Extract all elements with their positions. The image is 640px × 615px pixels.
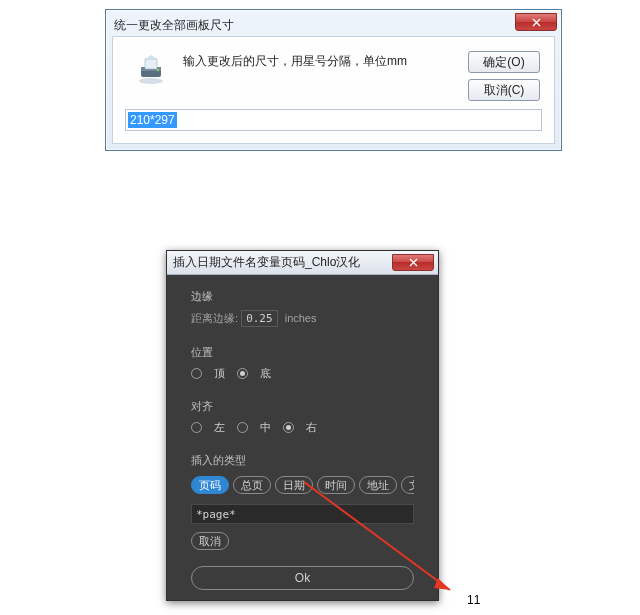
section-position-label: 位置 (191, 345, 414, 360)
close-button[interactable] (515, 13, 557, 31)
radio-right[interactable] (283, 422, 294, 433)
cancel-button[interactable]: 取消(C) (468, 79, 540, 101)
close-button[interactable] (392, 254, 434, 271)
section-align-label: 对齐 (191, 399, 414, 414)
chip-filename[interactable]: 文件名 (401, 476, 414, 494)
dialog-body: 输入更改后的尺寸，用星号分隔，单位mm 确定(O) 取消(C) 210*297 (112, 36, 555, 144)
close-icon (532, 18, 541, 27)
resize-artboards-dialog: 统一更改全部画板尺寸 输入更改后的尺寸，用星号分隔，单位mm 确定(O) 取消(… (105, 9, 562, 151)
margin-unit: inches (285, 312, 317, 324)
margin-sub-label: 距离边缘: (191, 312, 238, 324)
align-radio-group: 左 中 右 (191, 420, 414, 435)
radio-bottom[interactable] (237, 368, 248, 379)
insert-value-input[interactable]: *page* (191, 504, 414, 524)
chip-page[interactable]: 页码 (191, 476, 229, 494)
radio-top-label: 顶 (214, 366, 225, 381)
radio-right-label: 右 (306, 420, 317, 435)
cancel-button[interactable]: 取消 (191, 532, 229, 550)
section-insert-label: 插入的类型 (191, 453, 414, 468)
radio-bottom-label: 底 (260, 366, 271, 381)
radio-top[interactable] (191, 368, 202, 379)
ok-button[interactable]: Ok (191, 566, 414, 590)
insert-variable-dialog: 插入日期文件名变量页码_Chlo汉化 边缘 距离边缘: 0.25 inches … (166, 250, 439, 601)
size-input-value: 210*297 (128, 112, 177, 128)
size-input[interactable]: 210*297 (125, 109, 542, 131)
radio-center[interactable] (237, 422, 248, 433)
dialog-titlebar[interactable]: 插入日期文件名变量页码_Chlo汉化 (167, 251, 438, 275)
chip-time[interactable]: 时间 (317, 476, 355, 494)
chip-path[interactable]: 地址 (359, 476, 397, 494)
svg-rect-3 (145, 59, 157, 69)
dialog-title: 统一更改全部画板尺寸 (114, 17, 234, 34)
page-number: 11 (467, 593, 480, 607)
dialog-titlebar[interactable]: 统一更改全部画板尺寸 (106, 10, 561, 36)
radio-left[interactable] (191, 422, 202, 433)
margin-value-input[interactable]: 0.25 (241, 310, 278, 327)
radio-left-label: 左 (214, 420, 225, 435)
printer-icon (135, 53, 167, 85)
chip-totalpages[interactable]: 总页 (233, 476, 271, 494)
radio-center-label: 中 (260, 420, 271, 435)
dialog-message: 输入更改后的尺寸，用星号分隔，单位mm (183, 53, 407, 70)
svg-point-4 (157, 69, 160, 72)
dialog-title: 插入日期文件名变量页码_Chlo汉化 (173, 254, 360, 271)
chip-date[interactable]: 日期 (275, 476, 313, 494)
dialog-body: 边缘 距离边缘: 0.25 inches 位置 顶 底 对齐 左 中 右 插入的… (167, 275, 438, 600)
close-icon (409, 258, 418, 267)
svg-point-0 (139, 78, 163, 84)
insert-value: *page* (196, 508, 236, 521)
insert-type-chips: 页码 总页 日期 时间 地址 文件名 (191, 476, 414, 494)
section-margin-label: 边缘 (191, 289, 414, 304)
ok-button[interactable]: 确定(O) (468, 51, 540, 73)
position-radio-group: 顶 底 (191, 366, 414, 381)
